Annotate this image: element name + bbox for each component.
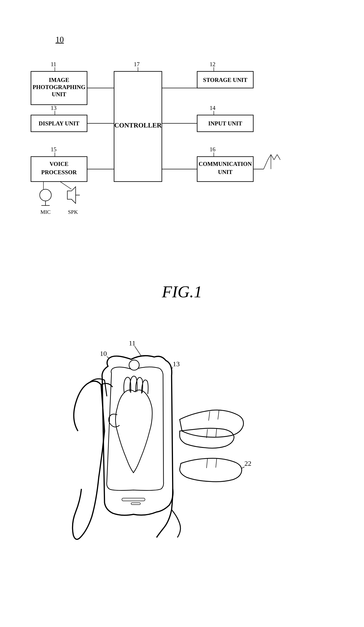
svg-rect-12: [197, 115, 253, 132]
system-ref-10: 10: [55, 35, 64, 45]
fig1-caption: FIG.1: [18, 282, 346, 302]
image-photographing-label: IMAGE: [49, 77, 69, 83]
fig1-svg: 11 13 15 17 12 14 16 IMAGE PHOTOGRAPHING: [18, 23, 346, 278]
fig2-diagram: 10 11 13 21 22: [18, 315, 346, 627]
svg-rect-8: [31, 115, 87, 132]
svg-line-22: [268, 155, 271, 160]
communication-unit-label1: COMMUNICATION: [199, 161, 252, 167]
ref-12-label: 12: [210, 61, 215, 67]
fig2-ref-13: 13: [173, 360, 180, 368]
fig2-ref-22: 22: [244, 460, 251, 467]
svg-rect-7: [31, 71, 87, 105]
svg-line-33: [60, 182, 71, 189]
fig1-diagram: 10 11 13 15 17 12 14 16: [18, 23, 346, 278]
display-unit-label: DISPLAY UNIT: [39, 120, 79, 127]
voice-processor-label2: PROCESSOR: [41, 169, 77, 175]
spk-label: SPK: [68, 209, 78, 215]
svg-line-23: [271, 155, 274, 160]
svg-rect-10: [114, 71, 162, 182]
svg-point-27: [40, 189, 51, 201]
svg-rect-13: [197, 157, 253, 182]
fig2-ref-11: 11: [129, 339, 136, 347]
voice-processor-label1: VOICE: [49, 161, 68, 167]
ref-13-label: 13: [51, 105, 56, 111]
svg-rect-9: [31, 157, 87, 182]
svg-rect-41: [131, 503, 140, 505]
ref-16-label: 16: [210, 146, 215, 153]
image-photographing-label3: UNIT: [52, 91, 66, 97]
image-photographing-label2: PHOTOGRAPHING: [33, 84, 86, 90]
mic-label: MIC: [41, 209, 51, 215]
svg-rect-40: [122, 498, 145, 501]
svg-line-24: [274, 155, 277, 160]
svg-rect-11: [197, 71, 253, 88]
svg-line-21: [264, 160, 268, 169]
fig2-ref-10: 10: [100, 350, 107, 357]
ref-14-label: 14: [210, 105, 216, 111]
ref-17-label: 17: [134, 61, 140, 67]
ref-11-label: 11: [51, 61, 56, 67]
svg-point-39: [129, 360, 139, 370]
input-unit-label: INPUT UNIT: [208, 120, 242, 127]
ref-15-label: 15: [51, 146, 56, 153]
svg-marker-30: [67, 187, 76, 203]
page: 10 11 13 15 17 12 14 16: [0, 0, 364, 627]
controller-label: CONTROLLER: [114, 121, 162, 129]
svg-line-25: [277, 155, 280, 160]
fig2-svg: 10 11 13 21 22: [43, 315, 321, 616]
communication-unit-label2: UNIT: [218, 169, 232, 175]
storage-unit-label: STORAGE UNIT: [203, 77, 247, 83]
